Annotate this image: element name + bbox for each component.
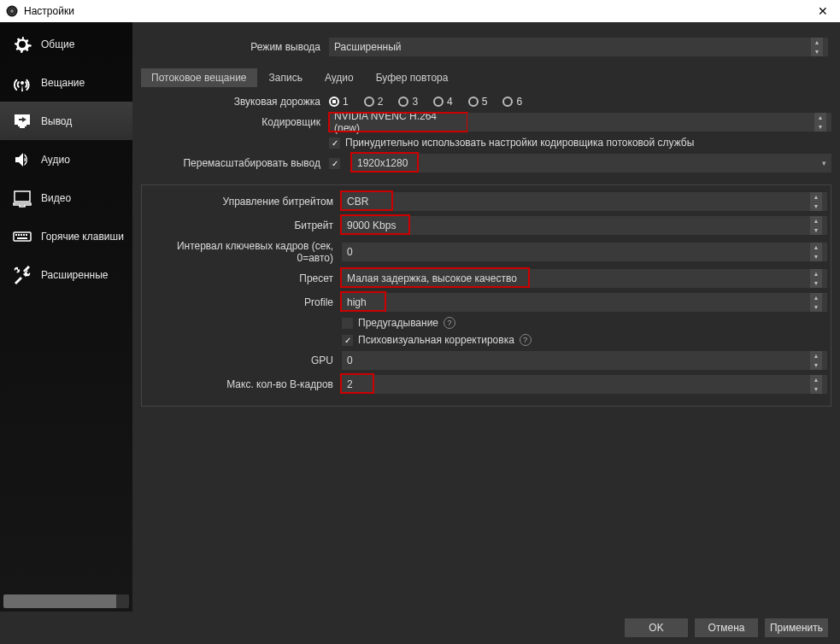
sidebar-item-label: Расширенные <box>41 269 109 281</box>
radio-icon <box>398 97 408 107</box>
sidebar-item-label: Общие <box>41 38 74 50</box>
number-stepper-icon[interactable]: ▲▼ <box>810 351 822 370</box>
sidebar-scrollbar[interactable] <box>3 594 129 608</box>
apply-button[interactable]: Применить <box>765 618 828 637</box>
tools-icon <box>12 265 32 285</box>
help-icon[interactable]: ? <box>443 317 455 329</box>
tab-recording[interactable]: Запись <box>259 68 313 87</box>
sidebar-item-label: Вещание <box>41 77 85 89</box>
lookahead-label: Предугадывание <box>358 317 438 329</box>
svg-rect-6 <box>21 234 22 236</box>
dropdown-stepper-icon: ▲▼ <box>810 293 822 312</box>
speaker-icon <box>12 149 32 170</box>
sidebar-item-label: Аудио <box>41 154 70 166</box>
audio-track-1[interactable]: 1 <box>329 96 349 108</box>
bitrate-input[interactable]: 9000 Kbps ▲▼ <box>342 216 827 235</box>
sidebar-item-stream[interactable]: Вещание <box>0 63 132 102</box>
dropdown-stepper-icon: ▲▼ <box>810 192 822 211</box>
cancel-button[interactable]: Отмена <box>695 618 758 637</box>
chevron-down-icon: ▾ <box>822 159 826 167</box>
radio-icon <box>502 97 513 107</box>
sidebar-item-hotkeys[interactable]: Горячие клавиши <box>0 217 132 255</box>
rescale-select[interactable]: 1920x1280 ▾ <box>352 154 831 173</box>
tab-streaming[interactable]: Потоковое вещание <box>141 68 257 87</box>
monitor-icon <box>12 188 32 208</box>
encoder-select-ext[interactable]: ▲▼ <box>467 113 831 132</box>
radio-icon <box>433 97 443 107</box>
profile-value: high <box>347 296 367 308</box>
number-stepper-icon[interactable]: ▲▼ <box>810 375 822 394</box>
audio-track-3[interactable]: 3 <box>398 96 418 108</box>
svg-rect-3 <box>14 232 31 241</box>
enforce-checkbox[interactable]: ✓ <box>329 138 340 149</box>
gpu-input[interactable]: 0 ▲▼ <box>342 351 827 370</box>
bitrate-label: Битрейт <box>145 220 342 231</box>
sidebar: Общие Вещание Вывод Аудио Видео <box>0 22 132 612</box>
svg-rect-5 <box>18 234 20 236</box>
bitrate-value: 9000 Kbps <box>347 220 396 231</box>
number-stepper-icon[interactable]: ▲▼ <box>810 243 822 261</box>
audio-track-label: Звуковая дорожка <box>141 96 329 108</box>
radio-icon <box>364 97 374 107</box>
help-icon[interactable]: ? <box>520 334 532 346</box>
enforce-label: Принудительно использовать настройки код… <box>345 137 694 149</box>
dialog-footer: OK Отмена Применить <box>0 612 840 644</box>
sidebar-item-label: Вывод <box>41 115 72 127</box>
keyint-label: Интервал ключевых кадров (сек, 0=авто) <box>145 240 342 264</box>
sidebar-item-video[interactable]: Видео <box>0 179 132 217</box>
output-mode-value: Расширенный <box>334 41 402 53</box>
audio-track-5[interactable]: 5 <box>468 96 488 108</box>
sidebar-item-output[interactable]: Вывод <box>0 102 132 140</box>
audio-track-2[interactable]: 2 <box>364 96 384 108</box>
svg-rect-9 <box>17 237 27 239</box>
profile-select[interactable]: high ▲▼ <box>342 293 827 312</box>
output-mode-select[interactable]: Расширенный ▲▼ <box>329 38 828 56</box>
keyint-input[interactable]: 0 ▲▼ <box>342 243 827 261</box>
rescale-label: Перемасштабировать вывод <box>141 157 329 169</box>
bframes-label: Макс. кол-во B-кадров <box>145 378 342 390</box>
rescale-value: 1920x1280 <box>357 157 408 169</box>
audio-track-radios: 1 2 3 4 5 6 <box>329 96 537 108</box>
gpu-value: 0 <box>347 354 353 366</box>
psycho-label: Психовизуальная корректировка <box>358 334 514 346</box>
content-pane: Режим вывода Расширенный ▲▼ Потоковое ве… <box>132 22 840 612</box>
rate-control-select[interactable]: CBR ▲▼ <box>342 192 827 211</box>
encoder-value: NVIDIA NVENC H.264 (new) <box>334 110 462 134</box>
radio-icon <box>329 97 339 107</box>
bframes-input[interactable]: 2 ▲▼ <box>342 375 827 394</box>
titlebar: Настройки ✕ <box>0 0 840 22</box>
broadcast-icon <box>12 73 32 93</box>
svg-point-2 <box>10 9 14 13</box>
sidebar-item-label: Горячие клавиши <box>41 231 124 243</box>
dropdown-stepper-icon: ▲▼ <box>810 269 822 288</box>
radio-icon <box>468 97 479 107</box>
encoder-select[interactable]: NVIDIA NVENC H.264 (new) <box>329 113 467 132</box>
rescale-checkbox[interactable]: ✓ <box>329 158 340 169</box>
rate-control-value: CBR <box>347 196 368 208</box>
rate-control-label: Управление битрейтом <box>145 196 342 208</box>
dropdown-stepper-icon: ▲▼ <box>811 38 823 56</box>
tab-replay-buffer[interactable]: Буфер повтора <box>366 68 459 87</box>
app-logo-icon <box>5 4 19 18</box>
dropdown-stepper-icon: ▲▼ <box>814 113 826 132</box>
audio-track-4[interactable]: 4 <box>433 96 453 108</box>
profile-label: Profile <box>145 296 342 308</box>
sidebar-item-label: Видео <box>41 192 71 204</box>
tab-audio[interactable]: Аудио <box>314 68 364 87</box>
sidebar-item-general[interactable]: Общие <box>0 25 132 63</box>
output-mode-label: Режим вывода <box>141 41 329 53</box>
sidebar-item-advanced[interactable]: Расширенные <box>0 255 132 294</box>
keyint-value: 0 <box>347 246 353 258</box>
ok-button[interactable]: OK <box>625 618 688 637</box>
lookahead-checkbox[interactable] <box>342 318 353 329</box>
psycho-checkbox[interactable]: ✓ <box>342 335 353 346</box>
output-tabs: Потоковое вещание Запись Аудио Буфер пов… <box>141 68 831 87</box>
svg-rect-4 <box>15 234 17 236</box>
number-stepper-icon[interactable]: ▲▼ <box>810 216 822 235</box>
window-close-button[interactable]: ✕ <box>811 4 835 18</box>
gear-icon <box>12 34 32 55</box>
audio-track-6[interactable]: 6 <box>502 96 522 108</box>
sidebar-item-audio[interactable]: Аудио <box>0 140 132 179</box>
keyboard-icon <box>12 226 32 247</box>
preset-select[interactable]: Малая задержка, высокое качество ▲▼ <box>342 269 827 288</box>
